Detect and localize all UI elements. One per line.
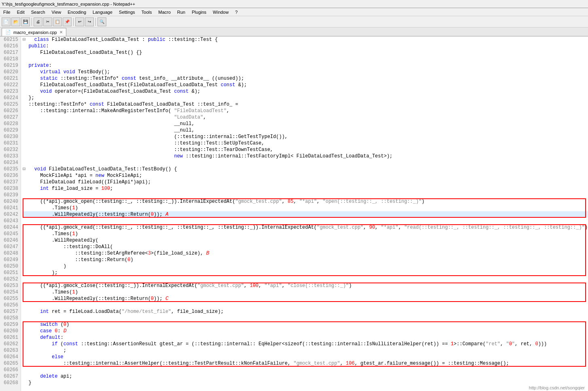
line-number: 60242	[2, 211, 18, 218]
code-line: void operator=(FileDataLoadTest_LoadData…	[23, 88, 588, 95]
code-line: default:	[23, 334, 588, 341]
line-number: 60259	[2, 321, 18, 328]
code-line: ::testing::DoAll(	[23, 244, 588, 250]
code-line	[23, 159, 588, 166]
line-number: 60264	[2, 354, 18, 360]
code-line	[23, 56, 588, 62]
code-line: public:	[23, 43, 588, 49]
save-btn[interactable]: 💾	[21, 17, 30, 26]
code-line: ((*api).gmock_read(::testing::_, ::testi…	[23, 224, 588, 231]
code-line: ::testing::internal::AssertHelper(::test…	[23, 360, 588, 367]
title-bar: Y:\hjs_test\googleut\gmock_test\macro_ex…	[0, 0, 588, 8]
tab-macro-expansion[interactable]: 📄 macro_expansion.cpp ✕	[2, 28, 66, 36]
line-number: 60251	[2, 270, 18, 276]
menu-item-macro[interactable]: Macro	[157, 9, 172, 15]
code-line: else	[23, 354, 588, 360]
menu-item-?[interactable]: ?	[233, 9, 239, 15]
code-line: FileDataLoadTest_LoadData_Test(FileDataL…	[23, 82, 588, 88]
code-line: FileDataLoadTest_LoadData_Test() {}	[23, 49, 588, 56]
menu-item-edit[interactable]: Edit	[15, 9, 26, 15]
collapse-marker[interactable]: ⊟	[23, 37, 28, 42]
code-line: private:	[23, 62, 588, 69]
line-number: 60246	[2, 237, 18, 244]
code-line: ⊟ class FileDataLoadTest_LoadData_Test :…	[23, 36, 588, 43]
line-number: 60253	[2, 283, 18, 289]
line-number: 60250	[2, 263, 18, 270]
line-number: 60258	[2, 315, 18, 321]
code-line: MockFileApi *api = new MockFileApi;	[23, 172, 588, 179]
code-area: 6021560216602176021860219602206022160222…	[0, 36, 588, 391]
code-line: ::testing::Return(0)	[23, 257, 588, 263]
line-number: 60243	[2, 218, 18, 224]
code-content[interactable]: ⊟ class FileDataLoadTest_LoadData_Test :…	[21, 36, 588, 391]
line-number: 60224	[2, 95, 18, 101]
code-line: )	[23, 263, 588, 270]
line-number: 60228	[2, 121, 18, 127]
menu-item-tools[interactable]: Tools	[140, 9, 154, 15]
tab-close-icon[interactable]: ✕	[59, 30, 63, 34]
code-line	[23, 315, 588, 321]
code-line	[23, 302, 588, 308]
menu-item-search[interactable]: Search	[30, 9, 47, 15]
code-line: int ret = fileLoad.LoadData("/home/test_…	[23, 308, 588, 315]
line-number: 60223	[2, 88, 18, 95]
redo-btn[interactable]: ↪	[85, 17, 94, 26]
code-line: .WillRepeatedly(::testing::Return(0)); A	[23, 211, 588, 218]
code-line: switch (0)	[23, 321, 588, 328]
menu-item-window[interactable]: Window	[211, 9, 230, 15]
line-number: 60238	[2, 185, 18, 192]
line-number: 60229	[2, 127, 18, 134]
line-number: 60256	[2, 302, 18, 308]
line-number: 60249	[2, 257, 18, 263]
copy-btn[interactable]: 📋	[53, 17, 62, 26]
menu-item-file[interactable]: File	[2, 9, 12, 15]
watermark: http://blog.csdn.net/songqier	[529, 385, 585, 390]
menu-item-language[interactable]: Language	[91, 9, 114, 15]
cut-btn[interactable]: ✂	[43, 17, 52, 26]
code-line: ((*api).gmock_close(::testing::_)).Inter…	[23, 283, 588, 289]
line-number: 60267	[2, 373, 18, 380]
undo-btn[interactable]: ↩	[75, 17, 84, 26]
menu-item-encoding[interactable]: Encoding	[66, 9, 88, 15]
menu-item-view[interactable]: View	[50, 9, 63, 15]
code-line: if (const ::testing::AssertionResult gte…	[23, 341, 588, 347]
menu-item-settings[interactable]: Settings	[117, 9, 137, 15]
print-btn[interactable]: 🖨	[34, 17, 42, 26]
code-line: .WillRepeatedly(	[23, 237, 588, 244]
code-line: ::testing::SetArgReferee<3>(file_load_si…	[23, 250, 588, 257]
line-number: 60257	[2, 308, 18, 315]
code-line: .Times(1)	[23, 205, 588, 211]
paste-btn[interactable]: 📌	[63, 17, 72, 26]
line-number: 60268	[2, 380, 18, 386]
line-number: 60235	[2, 166, 18, 172]
line-number: 60263	[2, 347, 18, 354]
menu-item-run[interactable]: Run	[176, 9, 187, 15]
line-number: 60216	[2, 43, 18, 49]
menu-item-plugins[interactable]: Plugins	[190, 9, 208, 15]
line-number: 60244	[2, 224, 18, 231]
line-number: 60236	[2, 172, 18, 179]
code-line: .WillRepeatedly(::testing::Return(0)); C	[23, 295, 588, 302]
code-line	[23, 367, 588, 373]
code-line: (::testing::internal::GetTestTypeId()),	[23, 134, 588, 140]
tab-icon: 📄	[5, 30, 11, 35]
line-number: 60226	[2, 108, 18, 114]
new-btn[interactable]: 📄	[2, 17, 11, 26]
line-number: 60266	[2, 367, 18, 373]
code-line: ::testing::Test::SetUpTestCase,	[23, 140, 588, 147]
tab-bar: 📄 macro_expansion.cpp ✕	[0, 28, 588, 36]
open-btn[interactable]: 📂	[11, 17, 20, 26]
line-numbers: 6021560216602176021860219602206022160222…	[0, 36, 21, 391]
code-line: FileDataLoad fileLoad((IFileApi*)api);	[23, 179, 588, 185]
toolbar: 📄 📂 💾 🖨 ✂ 📋 📌 ↩ ↪ 🔍	[0, 16, 588, 28]
collapse-marker[interactable]: ⊟	[23, 166, 28, 172]
line-number: 60260	[2, 328, 18, 334]
line-number: 60248	[2, 250, 18, 257]
code-line: new ::testing::internal::TestFactoryImpl…	[23, 153, 588, 159]
code-line: virtual void TestBody();	[23, 69, 588, 75]
code-line: ::testing::TestInfo* const FileDataLoadT…	[23, 101, 588, 108]
code-line: }	[23, 380, 588, 386]
line-number: 60230	[2, 134, 18, 140]
title-text: Y:\hjs_test\googleut\gmock_test\macro_ex…	[2, 2, 135, 6]
search-btn[interactable]: 🔍	[97, 17, 106, 26]
